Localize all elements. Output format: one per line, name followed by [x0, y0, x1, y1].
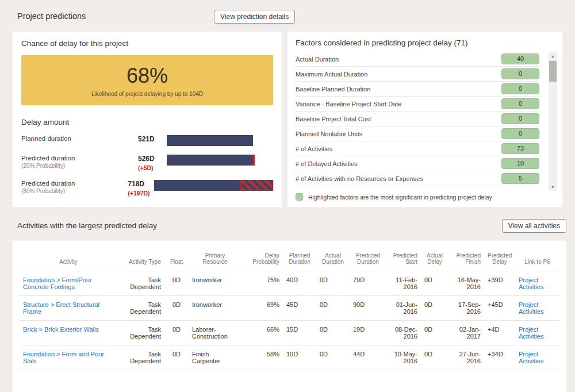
col-header-actual-delay: Actual Delay — [421, 241, 448, 271]
col-header-primary-resource: Primary Resource — [189, 241, 241, 271]
col-header-activity-type: Activity Type — [117, 241, 164, 271]
bar-value: 718D — [128, 180, 154, 188]
bar-label: Predicted duration — [21, 155, 138, 162]
activities-section-title: Activities with the largest predicted de… — [17, 221, 157, 230]
duration-bar — [154, 180, 273, 191]
bar-delta: (+197D) — [128, 190, 154, 197]
bar-label: Predicted duration — [21, 180, 128, 187]
table-row: Brick > Brick Exterior Walls Task Depend… — [20, 321, 559, 345]
col-header-predicted-finish: Predicted Finish — [448, 241, 484, 271]
factors-legend: Highlighted factors are the most signifi… — [296, 193, 492, 201]
factor-value-badge: 0 — [501, 68, 539, 79]
factor-row: # of Activities with no Resources or Exp… — [296, 171, 539, 186]
col-header-float: Float — [164, 241, 189, 271]
view-all-activities-button[interactable]: View all activities — [502, 219, 566, 233]
p6-link[interactable]: Project Activities — [519, 276, 543, 290]
chance-of-delay-panel: Chance of delay for this project 68% Lik… — [13, 32, 282, 207]
factor-value-badge: 5 — [501, 173, 539, 184]
activity-link[interactable]: Foundation > Form/Pour Concrete Footings — [23, 276, 92, 290]
scroll-down-icon[interactable]: ▼ — [549, 183, 557, 191]
factor-row: Planned Nonlabor Units 0 — [296, 126, 539, 141]
delay-chance-banner: 68% Likelihood of project delaying by up… — [21, 55, 273, 105]
factors-scrollbar[interactable]: ▲ ▼ — [549, 52, 557, 191]
bar-sublabel: (80% Probability) — [21, 188, 128, 194]
delay-amount-title: Delay amount — [21, 118, 273, 126]
factor-row: Baseline Planned Duration 0 — [296, 82, 539, 97]
col-header-predicted-start: Predicted Start — [386, 241, 421, 271]
delay-bar-row: Predicted duration (20% Probability) 526… — [21, 155, 273, 171]
col-header-activity: Activity — [20, 241, 117, 271]
scrollbar-track[interactable] — [549, 60, 557, 183]
scroll-up-icon[interactable]: ▲ — [549, 52, 557, 60]
delay-bar-row: Predicted duration (80% Probability) 718… — [21, 180, 273, 197]
scrollbar-thumb[interactable] — [549, 61, 557, 82]
factor-row: # of Delayed Activities 10 — [296, 156, 539, 171]
col-header-predicted-delay: Predicted Delay — [484, 241, 515, 271]
table-row: Foundation > Form and Pour Slab Task Dep… — [20, 345, 559, 370]
col-header-actual-duration: Actual Duration — [316, 241, 350, 271]
view-prediction-details-button[interactable]: View prediction details — [214, 10, 295, 24]
p6-link[interactable]: Project Activities — [519, 351, 543, 364]
delay-chance-subtitle: Likelihood of project delaying by up to … — [91, 91, 203, 97]
project-predictions-page: Project predictions View prediction deta… — [0, 0, 575, 392]
col-header-delay-probability: Delay Probability — [241, 241, 283, 271]
delay-bar-row: Planned duration 521D — [21, 135, 273, 146]
factors-panel: Factors considered in predicting project… — [288, 32, 562, 207]
factor-value-badge: 40 — [501, 53, 539, 64]
activities-table-panel: Activity Activity Type Float Primary Res… — [13, 241, 566, 392]
bar-sublabel: (20% Probability) — [21, 163, 138, 169]
bar-value: 526D — [138, 155, 167, 163]
duration-bar — [167, 135, 253, 146]
factor-row: # of Activities 73 — [296, 141, 539, 156]
activities-table: Activity Activity Type Float Primary Res… — [20, 241, 559, 370]
factors-list: Actual Duration 40 Maximum Actual Durati… — [296, 52, 539, 186]
factor-value-badge: 0 — [501, 98, 539, 109]
activity-link[interactable]: Brick > Brick Exterior Walls — [23, 326, 99, 333]
factor-row: Actual Duration 40 — [296, 52, 539, 67]
factor-row: Maximum Actual Duration 0 — [296, 67, 539, 82]
bar-label: Planned duration — [21, 135, 138, 142]
bar-value: 521D — [138, 135, 167, 143]
table-row: Structure > Erect Structural Frame Task … — [20, 296, 559, 321]
factor-value-badge: 73 — [501, 143, 539, 154]
col-header-planned-duration: Planned Duration — [283, 241, 316, 271]
bar-delta: (+5D) — [138, 164, 167, 171]
p6-link[interactable]: Project Activities — [519, 326, 543, 340]
factor-value-badge: 0 — [501, 113, 539, 124]
factor-value-badge: 0 — [501, 83, 539, 94]
factor-value-badge: 0 — [501, 128, 539, 139]
activity-link[interactable]: Foundation > Form and Pour Slab — [23, 351, 104, 364]
duration-bar — [167, 155, 255, 166]
col-header-predicted-duration: Predicted Duration — [350, 241, 386, 271]
highlight-swatch-icon — [296, 193, 303, 201]
delay-chance-percent: 68% — [126, 64, 168, 88]
col-header-link-to-p6: Link to P6 — [515, 241, 559, 271]
factors-panel-title: Factors considered in predicting project… — [296, 39, 554, 47]
activity-link[interactable]: Structure > Erect Structural Frame — [23, 301, 99, 315]
table-header-row: Activity Activity Type Float Primary Res… — [20, 241, 559, 271]
factor-row: Variance - Baseline Project Start Date 0 — [296, 97, 539, 112]
table-row: Foundation > Form/Pour Concrete Footings… — [20, 271, 559, 296]
factor-value-badge: 10 — [501, 158, 539, 169]
factor-row: Baseline Project Total Cost 0 — [296, 112, 539, 126]
p6-link[interactable]: Project Activities — [519, 301, 543, 315]
page-title: Project predictions — [17, 11, 86, 21]
chance-panel-title: Chance of delay for this project — [21, 39, 273, 48]
